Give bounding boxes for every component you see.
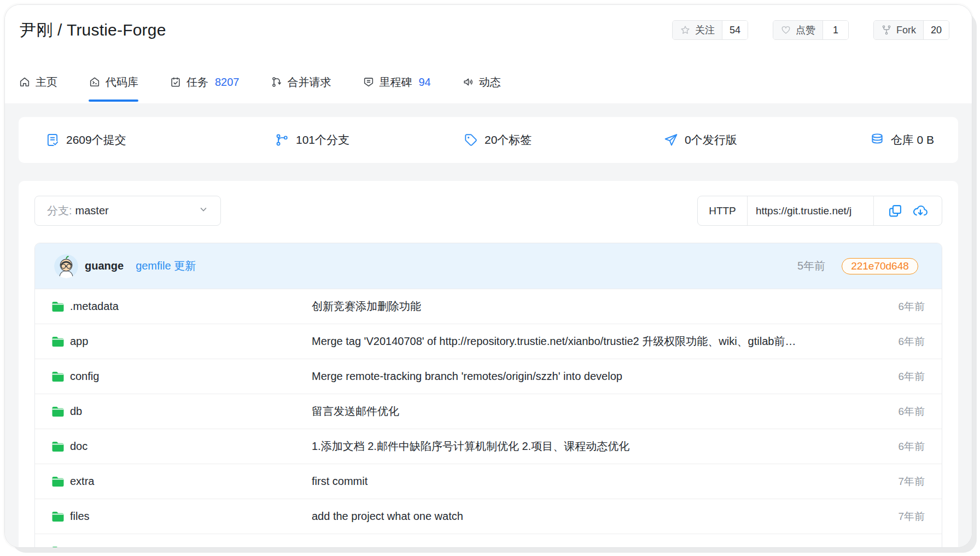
repo-stats-bar: 2609个提交 101个分支 20个标签 0个发行版 仓库 0 B — [19, 117, 958, 163]
avatar[interactable] — [54, 254, 78, 278]
file-commit-time: 6年前 — [870, 405, 925, 419]
like-button[interactable]: 点赞 1 — [773, 20, 849, 40]
code-browser-card: 分支: master HTTP https://git.trustie.net/… — [19, 181, 958, 548]
file-row[interactable]: app Merge tag 'V20140708' of http://repo… — [35, 324, 942, 359]
issues-count: 8207 — [215, 76, 240, 89]
file-commit-message[interactable]: Merge remote-tracking branch 'remotes/or… — [312, 370, 870, 383]
branch-selector[interactable]: 分支: master — [34, 196, 221, 226]
fork-button[interactable]: Fork 20 — [873, 20, 949, 40]
folder-icon — [51, 336, 65, 348]
repo-actions: 关注 54 点赞 1 Fork 20 — [672, 20, 949, 40]
folder-icon — [51, 511, 65, 523]
clone-url-input[interactable]: https://git.trustie.net/j — [748, 196, 874, 225]
file-row[interactable]: doc 1.添加文档 2.邮件中缺陷序号计算机制优化 2.项目、课程动态优化 6… — [35, 429, 942, 464]
page-title: 尹刚 / Trustie-Forge — [20, 19, 166, 42]
commit-hash-badge[interactable]: 221e70d648 — [842, 258, 918, 274]
home-icon — [19, 76, 31, 88]
file-row[interactable]: db 留言发送邮件优化 6年前 — [35, 394, 942, 429]
file-row[interactable]: files add the project what one watch 7年前 — [35, 499, 942, 534]
watch-button[interactable]: 关注 54 — [672, 20, 748, 40]
file-name[interactable]: .metadata — [70, 300, 119, 313]
like-count: 1 — [823, 21, 848, 39]
code-repo-icon — [89, 76, 101, 88]
folder-icon — [51, 476, 65, 488]
file-commit-time: 7年前 — [870, 510, 925, 524]
stat-releases[interactable]: 0个发行版 — [664, 117, 737, 163]
file-commit-message[interactable]: add the project what one watch — [312, 510, 870, 523]
stat-commits[interactable]: 2609个提交 — [45, 117, 126, 163]
tab-milestones[interactable]: 里程碑 94 — [363, 61, 431, 103]
speaker-icon — [462, 76, 474, 88]
like-label: 点赞 — [796, 24, 815, 37]
tab-merge-requests[interactable]: 合并请求 — [271, 61, 331, 103]
repo-tabs: 主页 代码库 任务 8207 合并请求 里程碑 94 动态 — [5, 55, 972, 103]
commit-icon — [45, 133, 60, 147]
file-commit-message[interactable]: 1.添加文档 2.邮件中缺陷序号计算机制优化 2.项目、课程动态优化 — [312, 439, 870, 454]
file-name[interactable]: db — [70, 405, 82, 418]
branch-icon — [275, 133, 289, 147]
file-name[interactable]: extra — [70, 475, 94, 488]
clone-url-box: HTTP https://git.trustie.net/j — [697, 196, 942, 226]
folder-icon — [51, 441, 65, 453]
file-name[interactable]: files — [70, 510, 90, 523]
database-icon — [870, 133, 884, 147]
fork-icon — [881, 25, 892, 36]
tab-issues[interactable]: 任务 8207 — [170, 61, 240, 103]
app-window: 尹刚 / Trustie-Forge 关注 54 点赞 1 Fork 20 — [4, 4, 972, 548]
task-icon — [170, 76, 182, 88]
commit-time: 5年前 — [797, 259, 825, 273]
tab-code-repo[interactable]: 代码库 — [89, 61, 138, 103]
file-name[interactable]: doc — [70, 440, 88, 453]
stat-repo-size[interactable]: 仓库 0 B — [870, 117, 934, 163]
watch-label: 关注 — [695, 24, 715, 37]
cloud-download-icon[interactable] — [912, 203, 929, 219]
file-commit-time: 6年前 — [870, 300, 925, 314]
chevron-down-icon — [199, 204, 208, 217]
copy-icon[interactable] — [888, 203, 903, 219]
folder-icon — [51, 406, 65, 418]
folder-icon — [51, 301, 65, 313]
file-commit-message[interactable]: 留言发送邮件优化 — [312, 404, 870, 419]
stat-branches[interactable]: 101个分支 — [275, 117, 349, 163]
file-row[interactable] — [35, 534, 942, 548]
file-row[interactable]: config Merge remote-tracking branch 'rem… — [35, 359, 942, 394]
file-commit-message[interactable]: first commit — [312, 475, 870, 488]
heart-icon — [780, 25, 791, 36]
file-name[interactable]: config — [70, 370, 99, 383]
stat-tags[interactable]: 20个标签 — [464, 117, 532, 163]
tab-activity[interactable]: 动态 — [462, 61, 501, 103]
file-commit-message[interactable]: 创新竞赛添加删除功能 — [312, 299, 870, 314]
repo-content: 2609个提交 101个分支 20个标签 0个发行版 仓库 0 B — [5, 103, 972, 548]
milestones-count: 94 — [419, 76, 431, 89]
commit-author[interactable]: guange — [85, 260, 124, 272]
fork-label: Fork — [896, 25, 916, 36]
file-name[interactable]: app — [70, 335, 88, 348]
repo-header: 尹刚 / Trustie-Forge 关注 54 点赞 1 Fork 20 — [5, 5, 972, 103]
release-icon — [664, 133, 678, 147]
fork-count: 20 — [924, 21, 949, 39]
watch-count: 54 — [722, 21, 748, 39]
merge-request-icon — [271, 76, 283, 88]
file-commit-time: 6年前 — [870, 370, 925, 384]
latest-commit-bar: guange gemfile 更新 5年前 221e70d648 — [35, 243, 942, 289]
file-table: guange gemfile 更新 5年前 221e70d648 .metada… — [34, 243, 942, 548]
file-commit-time: 6年前 — [870, 440, 925, 454]
file-commit-time: 7年前 — [870, 475, 925, 489]
file-commit-time: 6年前 — [870, 335, 925, 349]
protocol-select[interactable]: HTTP — [698, 196, 748, 225]
file-row[interactable]: .metadata 创新竞赛添加删除功能 6年前 — [35, 289, 942, 324]
milestone-icon — [363, 76, 375, 88]
file-commit-message[interactable]: Merge tag 'V20140708' of http://reposito… — [312, 334, 870, 349]
star-icon — [680, 25, 691, 36]
file-row[interactable]: extra first commit 7年前 — [35, 464, 942, 499]
tab-home[interactable]: 主页 — [19, 61, 57, 103]
folder-icon — [51, 371, 65, 383]
commit-message-link[interactable]: gemfile 更新 — [136, 259, 196, 273]
folder-icon — [51, 546, 65, 548]
tag-icon — [464, 133, 478, 147]
